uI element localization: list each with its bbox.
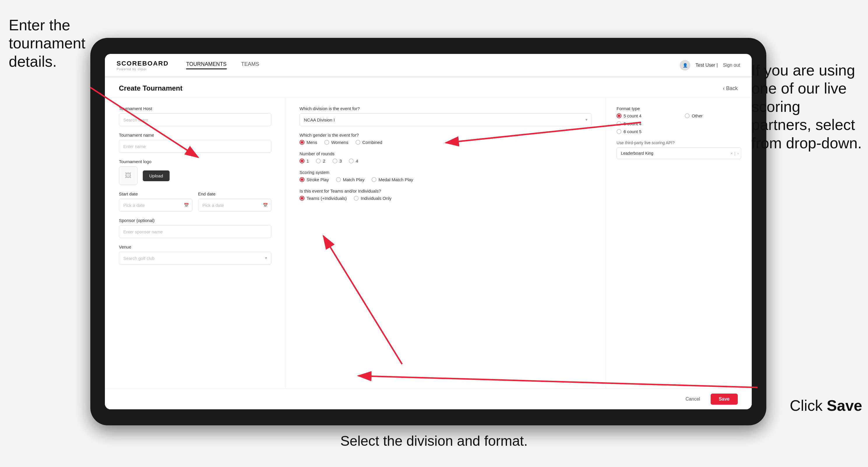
event-individuals-label: Individuals Only — [361, 196, 392, 201]
rounds-label: Number of rounds — [300, 151, 592, 156]
format-other-radio[interactable] — [685, 113, 690, 118]
format-6count4-radio[interactable] — [617, 121, 621, 126]
sign-out-link[interactable]: Sign out — [723, 63, 740, 68]
scoring-medal-match[interactable]: Medal Match Play — [372, 177, 413, 182]
gender-mens-radio[interactable] — [300, 140, 305, 145]
scoring-match[interactable]: Match Play — [336, 177, 365, 182]
navbar-right: 👤 Test User | Sign out — [680, 60, 740, 70]
gender-womens-label: Womens — [331, 140, 348, 145]
save-button[interactable]: Save — [711, 394, 738, 405]
round-4[interactable]: 4 — [349, 158, 358, 163]
format-6count5-radio[interactable] — [617, 129, 621, 134]
round-1-radio[interactable] — [300, 158, 305, 163]
sponsor-input[interactable] — [119, 225, 271, 238]
annotation-topright: If you are using one of our live scoring… — [751, 61, 862, 152]
navbar: SCOREBOARD Powered by clippi TOURNAMENTS… — [105, 54, 752, 77]
round-3-radio[interactable] — [333, 158, 337, 163]
live-scoring-toggle-icon[interactable]: ÷ — [737, 152, 739, 155]
division-select[interactable]: NCAA Division I — [300, 113, 592, 126]
round-1[interactable]: 1 — [300, 158, 309, 163]
format-5count4[interactable]: 5 count 4 — [617, 113, 673, 118]
division-select-wrapper: NCAA Division I ▼ — [300, 113, 592, 126]
end-date-group: End date 📅 — [198, 191, 272, 212]
round-2-radio[interactable] — [316, 158, 321, 163]
form-body: Tournament Host Tournament name Tourname… — [105, 98, 752, 388]
venue-input[interactable] — [119, 252, 271, 264]
start-date-input[interactable] — [119, 199, 192, 212]
gender-combined[interactable]: Combined — [355, 140, 382, 145]
nav-tournaments[interactable]: TOURNAMENTS — [186, 61, 227, 69]
round-1-label: 1 — [307, 158, 309, 163]
format-options-grid: 5 count 4 Other 6 count 4 — [617, 113, 741, 134]
format-6count5[interactable]: 6 count 5 — [617, 129, 673, 134]
end-date-wrapper: 📅 — [198, 199, 272, 212]
annotation-bottomright: Click Save — [789, 397, 862, 414]
scoring-stroke[interactable]: Stroke Play — [300, 177, 329, 182]
name-input[interactable] — [119, 140, 271, 153]
host-label: Tournament Host — [119, 106, 271, 111]
nav-links: TOURNAMENTS TEAMS — [186, 61, 680, 69]
middle-column: Which division is the event for? NCAA Di… — [285, 98, 606, 388]
scoring-stroke-radio[interactable] — [300, 177, 305, 182]
nav-teams[interactable]: TEAMS — [241, 61, 259, 69]
format-5count4-radio[interactable] — [617, 113, 621, 118]
live-scoring-input[interactable] — [617, 148, 741, 159]
live-scoring-input-wrapper: × | ÷ — [617, 148, 741, 159]
gender-womens-radio[interactable] — [324, 140, 329, 145]
end-date-input[interactable] — [198, 199, 272, 212]
event-individuals-radio[interactable] — [354, 196, 359, 201]
cancel-button[interactable]: Cancel — [680, 394, 706, 405]
name-label: Tournament name — [119, 132, 271, 137]
page-content: Create Tournament ‹ Back Tournament Host — [105, 77, 752, 409]
rounds-group: Number of rounds 1 2 — [300, 151, 592, 163]
round-2-label: 2 — [323, 158, 325, 163]
host-input[interactable] — [119, 113, 271, 126]
logo-placeholder: 🖼 — [119, 166, 137, 185]
logo-upload-area: 🖼 Upload — [119, 166, 271, 185]
gender-mens-label: Mens — [307, 140, 317, 145]
start-date-group: Start date 📅 — [119, 191, 192, 212]
scoring-group: Scoring system Stroke Play Match Play — [300, 170, 592, 182]
round-4-radio[interactable] — [349, 158, 354, 163]
page-title: Create Tournament — [119, 84, 182, 92]
gender-mens[interactable]: Mens — [300, 140, 317, 145]
gender-womens[interactable]: Womens — [324, 140, 348, 145]
sponsor-group: Sponsor (optional) — [119, 218, 271, 238]
venue-label: Venue — [119, 244, 271, 249]
live-scoring-clear-icon[interactable]: × — [731, 151, 733, 156]
gender-group: Which gender is the event for? Mens Wome… — [300, 132, 592, 145]
form-header: Create Tournament ‹ Back — [105, 77, 752, 98]
gender-combined-radio[interactable] — [355, 140, 361, 145]
event-type-label: Is this event for Teams and/or Individua… — [300, 188, 592, 193]
format-other[interactable]: Other — [685, 113, 741, 118]
event-type-radio-group: Teams (+Individuals) Individuals Only — [300, 196, 592, 201]
event-type-group: Is this event for Teams and/or Individua… — [300, 188, 592, 201]
format-6count5-label: 6 count 5 — [624, 129, 642, 134]
event-individuals[interactable]: Individuals Only — [354, 196, 392, 201]
event-teams[interactable]: Teams (+Individuals) — [300, 196, 347, 201]
format-5count4-label: 5 count 4 — [624, 113, 642, 118]
venue-select-wrapper: ▼ — [119, 252, 271, 264]
back-button[interactable]: ‹ Back — [723, 85, 738, 91]
round-4-label: 4 — [356, 158, 358, 163]
brand-sub: Powered by clippi — [117, 67, 169, 71]
upload-button[interactable]: Upload — [143, 170, 169, 181]
round-2[interactable]: 2 — [316, 158, 325, 163]
scoring-radio-group: Stroke Play Match Play Medal Match Play — [300, 177, 592, 182]
tablet-device: SCOREBOARD Powered by clippi TOURNAMENTS… — [90, 38, 766, 425]
format-6count4[interactable]: 6 count 4 — [617, 121, 673, 126]
round-3[interactable]: 3 — [333, 158, 342, 163]
event-teams-radio[interactable] — [300, 196, 305, 201]
start-date-wrapper: 📅 — [119, 199, 192, 212]
form-footer: Cancel Save — [105, 388, 752, 409]
tablet-screen: SCOREBOARD Powered by clippi TOURNAMENTS… — [105, 54, 752, 409]
end-date-label: End date — [198, 191, 272, 196]
calendar-icon-end: 📅 — [263, 203, 268, 208]
scoring-medal-radio[interactable] — [372, 177, 376, 182]
start-date-label: Start date — [119, 191, 192, 196]
scoring-match-radio[interactable] — [336, 177, 341, 182]
logo-label: Tournament logo — [119, 159, 271, 164]
gender-radio-group: Mens Womens Combined — [300, 140, 592, 145]
live-scoring-divider: | — [735, 151, 736, 156]
right-column: Format type 5 count 4 Other — [606, 98, 752, 388]
